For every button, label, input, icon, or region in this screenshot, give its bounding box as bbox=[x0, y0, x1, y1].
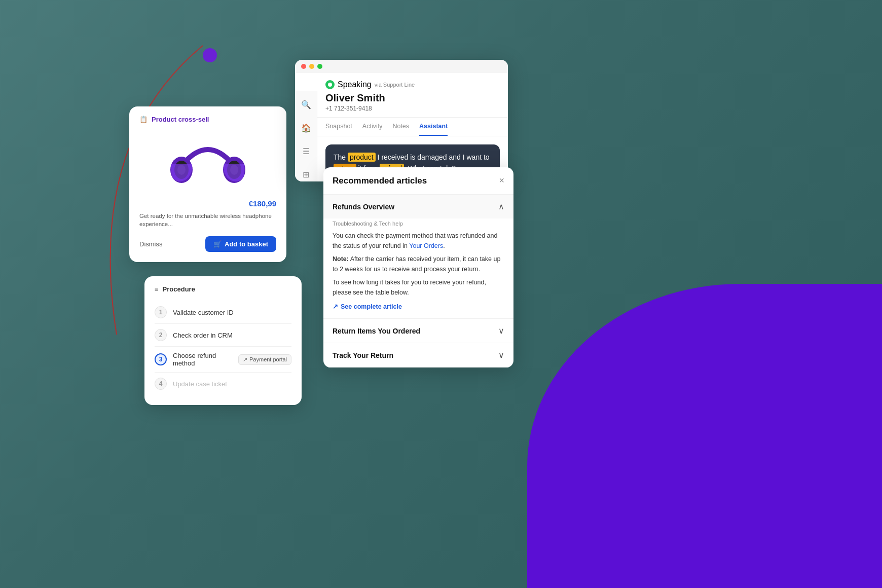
traffic-light-yellow bbox=[309, 64, 314, 69]
article-track-return: Track Your Return ∨ bbox=[323, 343, 513, 368]
step-number-3: 3 bbox=[155, 353, 167, 365]
article-category: Troubleshooting & Tech help bbox=[333, 218, 504, 227]
dismiss-button[interactable]: Dismiss bbox=[139, 240, 163, 248]
contact-name: Oliver Smith bbox=[325, 92, 500, 104]
articles-title: Recommended articles bbox=[333, 176, 427, 186]
article-text-1: You can check the payment method that wa… bbox=[333, 231, 504, 251]
crm-tabs: Snapshot Activity Notes Assistant bbox=[317, 118, 508, 136]
headphone-svg bbox=[167, 129, 248, 195]
via-label: via Support Line bbox=[375, 82, 415, 88]
traffic-light-red bbox=[301, 64, 306, 69]
procedure-title: Procedure bbox=[163, 285, 195, 293]
see-complete-label: See complete article bbox=[341, 303, 402, 310]
tab-assistant[interactable]: Assistant bbox=[419, 118, 448, 136]
article-text-3: To see how long it takes for you to rece… bbox=[333, 277, 504, 298]
article-return-items-title: Return Items You Ordered bbox=[333, 327, 420, 335]
chevron-up-icon: ∧ bbox=[498, 202, 504, 211]
step-text-1: Validate customer ID bbox=[173, 309, 291, 316]
article-refunds-content: Troubleshooting & Tech help You can chec… bbox=[323, 218, 513, 318]
product-card-header: 📋 Product cross-sell bbox=[139, 116, 276, 123]
articles-panel: Recommended articles × Refunds Overview … bbox=[323, 167, 513, 368]
tab-activity[interactable]: Activity bbox=[362, 118, 383, 136]
speaking-indicator bbox=[325, 80, 335, 89]
chevron-down-icon-1: ∨ bbox=[498, 326, 504, 336]
procedure-step-3[interactable]: 3 Choose refund method ↗ Payment portal bbox=[155, 347, 291, 373]
article-refunds-title: Refunds Overview bbox=[333, 203, 394, 211]
articles-header: Recommended articles × bbox=[323, 167, 513, 195]
procedure-card: ≡ Procedure 1 Validate customer ID 2 Che… bbox=[144, 276, 302, 405]
product-description: Get ready for the unmatchable wireless h… bbox=[139, 212, 276, 228]
crm-main: Speaking via Support Line Oliver Smith +… bbox=[317, 73, 508, 181]
speaking-badge: Speaking via Support Line bbox=[325, 80, 500, 89]
external-link-icon-2: ↗ bbox=[333, 303, 338, 310]
crm-sidebar: 🔍 🏠 ☰ ⊞ 👤 ⣿ 🔔 01:58 ◆ bbox=[295, 91, 317, 181]
product-image bbox=[139, 129, 276, 195]
article-text-2: Note: After the carrier has received you… bbox=[333, 254, 504, 274]
crm-panel: 🔍 🏠 ☰ ⊞ 👤 ⣿ 🔔 01:58 ◆ bbox=[295, 60, 508, 181]
procedure-step-1: 1 Validate customer ID bbox=[155, 301, 291, 324]
product-price: €180,99 bbox=[139, 199, 276, 208]
external-link-icon: ↗ bbox=[243, 356, 247, 363]
payment-portal-badge[interactable]: ↗ Payment portal bbox=[238, 354, 291, 365]
procedure-step-2: 2 Check order in CRM bbox=[155, 324, 291, 347]
step-number-4: 4 bbox=[155, 378, 167, 390]
sidebar-list-icon[interactable]: ☰ bbox=[299, 144, 313, 158]
add-to-basket-label: Add to basket bbox=[225, 240, 268, 248]
step-number-2: 2 bbox=[155, 329, 167, 341]
sidebar-home-icon[interactable]: 🏠 bbox=[299, 121, 313, 135]
step-text-3: Choose refund method bbox=[173, 352, 232, 367]
article-return-items-header[interactable]: Return Items You Ordered ∨ bbox=[323, 319, 513, 343]
your-orders-link[interactable]: Your Orders bbox=[409, 242, 443, 249]
sidebar-search-icon[interactable]: 🔍 bbox=[299, 97, 313, 112]
list-icon: ≡ bbox=[155, 285, 159, 293]
highlight-product: product bbox=[348, 153, 376, 162]
tab-snapshot[interactable]: Snapshot bbox=[325, 118, 352, 136]
article-return-items: Return Items You Ordered ∨ bbox=[323, 319, 513, 343]
article-refunds-header[interactable]: Refunds Overview ∧ bbox=[323, 195, 513, 218]
traffic-light-green bbox=[317, 64, 322, 69]
article-track-return-header[interactable]: Track Your Return ∨ bbox=[323, 343, 513, 367]
procedure-header: ≡ Procedure bbox=[155, 285, 291, 293]
step-text-2: Check order in CRM bbox=[173, 332, 291, 339]
close-articles-button[interactable]: × bbox=[499, 175, 504, 186]
sidebar-grid-icon[interactable]: ⊞ bbox=[299, 167, 313, 181]
tab-notes[interactable]: Notes bbox=[392, 118, 409, 136]
article-track-return-title: Track Your Return bbox=[333, 351, 393, 359]
speaking-label: Speaking bbox=[338, 80, 372, 89]
add-to-basket-button[interactable]: 🛒 Add to basket bbox=[205, 236, 276, 252]
step-text-4: Update case ticket bbox=[173, 380, 291, 388]
contact-phone: +1 712-351-9418 bbox=[325, 105, 500, 112]
procedure-step-4: 4 Update case ticket bbox=[155, 373, 291, 395]
decorative-circle bbox=[203, 48, 217, 62]
basket-icon: 🛒 bbox=[213, 240, 222, 248]
doc-icon: 📋 bbox=[139, 116, 148, 123]
svg-point-8 bbox=[328, 83, 332, 87]
product-actions: Dismiss 🛒 Add to basket bbox=[139, 236, 276, 252]
product-crosssell-card: 📋 Product cross-sell €180,99 Get ready f… bbox=[129, 106, 286, 262]
crm-contact-header: Speaking via Support Line Oliver Smith +… bbox=[317, 73, 508, 118]
see-complete-article-link[interactable]: ↗ See complete article bbox=[333, 303, 504, 310]
chevron-down-icon-2: ∨ bbox=[498, 350, 504, 360]
article-refunds-overview: Refunds Overview ∧ Troubleshooting & Tec… bbox=[323, 195, 513, 319]
payment-badge-label: Payment portal bbox=[249, 356, 287, 362]
product-card-title: Product cross-sell bbox=[152, 116, 209, 123]
crm-titlebar bbox=[295, 60, 508, 73]
step-number-1: 1 bbox=[155, 306, 167, 318]
